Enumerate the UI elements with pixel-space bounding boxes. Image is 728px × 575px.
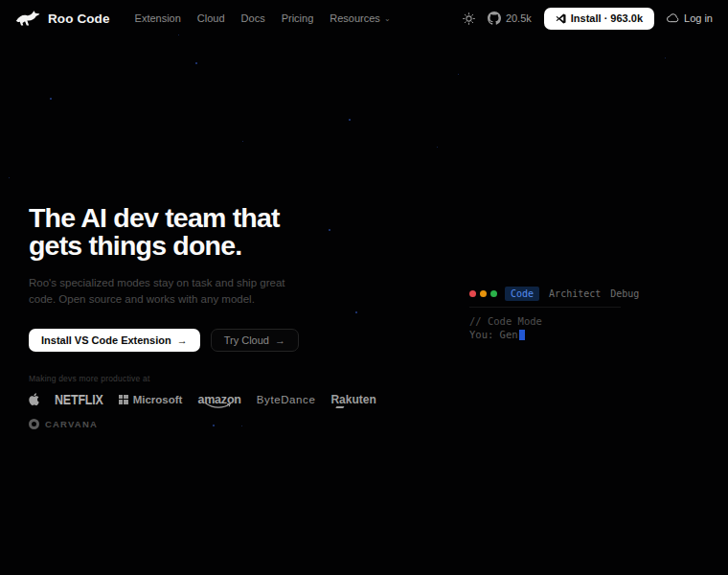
github-star-count: 20.5k [506,12,532,24]
navbar: Roo Code Extension Cloud Docs Pricing Re… [0,0,728,36]
github-stars-link[interactable]: 20.5k [488,12,532,25]
editor-divider [469,307,621,308]
bytedance-logo: ByteDance [257,394,316,405]
login-link[interactable]: Log in [667,12,713,24]
close-window-icon [469,290,476,297]
window-traffic-lights [469,290,497,297]
page-title-line2: gets things done. [29,232,326,260]
navbar-right: 20.5k Install · 963.0k Log in [463,8,713,30]
brand-home-link[interactable]: Roo Code [15,10,110,27]
maximize-window-icon [490,290,497,297]
star-particle [195,62,197,64]
microsoft-wordmark: Microsoft [133,394,183,405]
theme-toggle-button[interactable] [463,12,475,25]
nav-link-docs[interactable]: Docs [241,12,265,24]
chevron-down-icon: ⌄ [384,15,391,23]
rakuten-logo: Rakuten [330,393,375,406]
star-particle [437,147,438,148]
minimize-window-icon [480,290,487,297]
nav-link-pricing[interactable]: Pricing [282,12,314,24]
code-comment-line: // Code Mode [469,314,625,328]
tab-code[interactable]: Code [505,287,539,301]
code-area: // Code Mode You: Gen [469,314,625,341]
company-logos-row: Netflix Microsoft Amazon ByteDance Rakut… [29,393,326,406]
star-particle [9,177,10,178]
microsoft-grid-icon [119,395,128,404]
install-button[interactable]: Install · 963.0k [544,8,654,30]
brand-name: Roo Code [48,12,110,26]
star-particle [349,119,351,121]
netflix-logo: Netflix [55,392,103,407]
amazon-smile-icon [205,402,232,409]
hero-section: The AI dev team that gets things done. R… [29,204,326,429]
nav-link-cloud[interactable]: Cloud [197,12,225,24]
roo-kangaroo-icon [15,10,41,27]
tab-debug[interactable]: Debug [610,287,639,301]
rakuten-underline [336,406,345,408]
tab-architect[interactable]: Architect [549,287,601,301]
star-particle [665,58,666,58]
amazon-logo: Amazon [197,393,240,406]
nav-links: Extension Cloud Docs Pricing Resources ⌄ [135,12,391,24]
apple-logo [29,393,39,405]
mode-tabs: Code Architect Debug [505,287,639,301]
page-background: Roo Code Extension Cloud Docs Pricing Re… [0,0,728,575]
code-prompt-text: You: Gen [469,328,518,341]
try-cloud-label: Try Cloud [224,334,269,346]
company-logos-row2: Carvana [29,419,326,429]
vscode-icon [556,13,566,24]
star-particle [355,311,357,313]
try-cloud-button[interactable]: Try Cloud → [211,329,299,352]
nav-link-resources-label: Resources [330,12,380,24]
github-icon [488,12,501,25]
cta-row: Install VS Code Extension → Try Cloud → [29,329,326,352]
install-button-label: Install · 963.0k [571,12,643,24]
apple-icon [29,393,39,405]
star-particle [329,229,330,231]
star-particle [458,74,459,75]
page-title-line1: The AI dev team that [29,204,326,232]
carvana-wordmark: Carvana [45,419,98,429]
cloud-icon [667,13,679,23]
text-cursor [519,330,525,340]
rakuten-wordmark: Rakuten [330,393,375,406]
code-editor-mock: Code Architect Debug // Code Mode You: G… [469,287,625,341]
install-extension-label: Install VS Code Extension [41,334,171,346]
code-prompt-line: You: Gen [469,328,625,341]
star-particle [50,98,52,100]
arrow-right-icon: → [275,334,285,346]
nav-link-resources[interactable]: Resources ⌄ [330,12,390,24]
star-particle [242,141,243,142]
arrow-right-icon: → [177,334,188,346]
carvana-logo: Carvana [29,419,98,429]
sun-icon [463,12,475,25]
login-label: Log in [684,12,713,24]
hero-subtitle: Roo's specialized modes stay on task and… [29,275,289,309]
install-extension-button[interactable]: Install VS Code Extension → [29,329,200,352]
page-title: The AI dev team that gets things done. [29,204,326,260]
social-proof-label: Making devs more productive at [29,374,326,383]
carvana-circle-icon [29,419,39,429]
editor-header: Code Architect Debug [469,287,625,301]
microsoft-logo: Microsoft [119,394,183,405]
nav-link-extension[interactable]: Extension [135,12,181,24]
